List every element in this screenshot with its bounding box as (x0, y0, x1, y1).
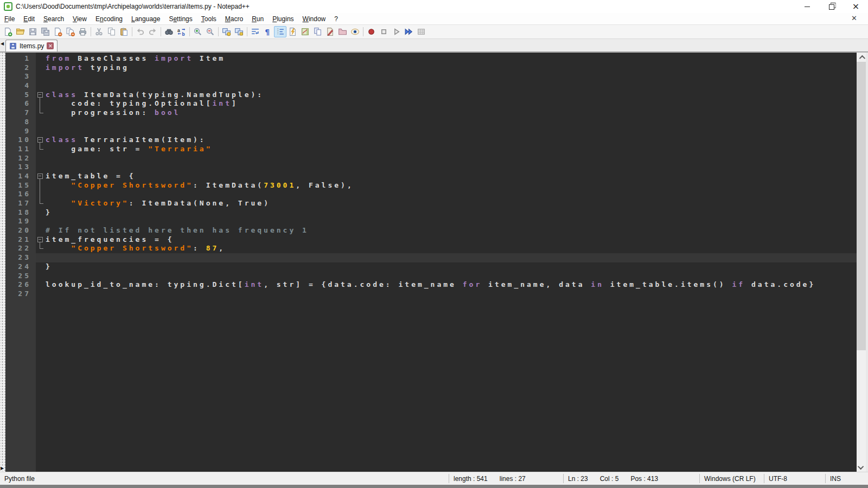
replace-icon[interactable]: ab (175, 26, 188, 37)
menu-search[interactable]: Search (39, 14, 68, 24)
open-icon[interactable] (14, 26, 27, 37)
menu-plugins[interactable]: Plugins (268, 14, 298, 24)
macro-play-icon[interactable] (390, 26, 403, 37)
code-line: 18} (5, 208, 857, 217)
fold-margin (36, 217, 46, 226)
code-line: 3 (5, 72, 857, 81)
close-icon: × (852, 2, 859, 11)
code-line: 4 (5, 81, 857, 91)
menu-macro[interactable]: Macro (221, 14, 247, 24)
text-editor[interactable]: 1from BaseClasses import Item2import typ… (5, 53, 857, 472)
menu-edit[interactable]: Edit (19, 14, 39, 24)
fold-marker[interactable] (36, 235, 46, 245)
redo-icon[interactable] (146, 26, 159, 37)
line-number: 1 (5, 54, 36, 63)
code-line: 8 (5, 118, 857, 127)
tab-items-py[interactable]: Items.py × (5, 40, 58, 52)
document-map-icon[interactable] (299, 26, 311, 37)
menu-run[interactable]: Run (247, 14, 268, 24)
code-text: "Copper Shortsword": ItemData(73001, Fal… (46, 181, 857, 190)
file-monitor-icon[interactable] (349, 26, 361, 37)
code-line: 12 (5, 154, 857, 163)
status-encoding[interactable]: UTF-8 (764, 474, 825, 483)
sync-horizontal-icon[interactable] (233, 26, 245, 37)
fold-margin (36, 290, 46, 299)
fold-margin (36, 127, 46, 136)
line-number: 10 (5, 136, 36, 145)
scrollbar-track[interactable] (857, 62, 866, 463)
menu-help[interactable]: ? (330, 14, 342, 24)
close-all-icon[interactable] (64, 26, 76, 37)
macro-run-multiple-icon[interactable] (403, 26, 415, 37)
doc-switcher-icon[interactable] (311, 26, 324, 37)
code-line: 11 game: str = "Terraria" (5, 145, 857, 154)
new-file-icon[interactable] (2, 26, 14, 37)
line-number: 15 (5, 181, 36, 190)
sync-vertical-icon[interactable] (220, 26, 233, 37)
edge-marker-icon[interactable] (324, 26, 336, 37)
close-document-icon[interactable]: ✕ (851, 14, 857, 22)
save-all-icon[interactable] (39, 26, 52, 37)
show-all-chars-icon[interactable]: ¶ (261, 26, 274, 37)
code-text (46, 217, 857, 226)
chevron-down-icon (857, 463, 863, 469)
cut-icon[interactable] (93, 26, 105, 37)
code-text: "Copper Shortsword": 87, (46, 244, 857, 253)
paste-icon[interactable] (118, 26, 130, 37)
zoom-in-icon[interactable] (192, 26, 204, 37)
menu-window[interactable]: Window (298, 14, 330, 24)
line-number: 19 (5, 217, 36, 226)
fold-marker[interactable] (36, 136, 46, 145)
status-typing-mode[interactable]: INS (825, 474, 868, 483)
minimize-button[interactable] (795, 0, 819, 13)
copy-icon[interactable] (105, 26, 118, 37)
code-text: "Victory": ItemData(None, True) (46, 199, 857, 208)
code-line: 23 (5, 253, 857, 262)
indent-guide-icon[interactable] (274, 26, 286, 37)
code-text (46, 72, 857, 81)
menu-language[interactable]: Language (127, 14, 164, 24)
status-eol-format[interactable]: Windows (CR LF) (699, 474, 764, 483)
dock-expand-icon[interactable]: ▶ (1, 466, 4, 471)
line-number: 3 (5, 72, 36, 81)
fold-marker[interactable] (36, 172, 46, 181)
print-icon[interactable] (76, 26, 89, 37)
macro-record-icon[interactable] (365, 26, 378, 37)
project-panel-icon[interactable] (336, 26, 349, 37)
scroll-up-icon[interactable] (857, 53, 866, 62)
code-text (46, 81, 857, 91)
code-text (46, 290, 857, 299)
function-list-icon[interactable] (286, 26, 299, 37)
word-wrap-icon[interactable] (249, 26, 261, 37)
scrollbar-thumb[interactable] (857, 62, 866, 350)
menu-tools[interactable]: Tools (197, 14, 221, 24)
close-button[interactable]: × (844, 0, 868, 13)
close-icon[interactable] (52, 26, 64, 37)
menu-settings[interactable]: Settings (164, 14, 196, 24)
window-title: C:\Users\Dood\Documents\tmp\Archipelago\… (16, 3, 250, 10)
fold-margin (36, 54, 46, 63)
code-line: 27 (5, 290, 857, 299)
macro-save-icon[interactable] (415, 26, 427, 37)
dock-grip[interactable]: ▶ (0, 53, 5, 472)
status-doc-type: Python file (0, 474, 449, 483)
tab-close-icon[interactable]: × (47, 42, 54, 49)
line-number: 12 (5, 154, 36, 163)
save-icon[interactable] (27, 26, 39, 37)
fold-marker[interactable] (36, 91, 46, 100)
line-number: 22 (5, 244, 36, 253)
menu-encoding[interactable]: Encoding (91, 14, 127, 24)
zoom-out-icon[interactable] (204, 26, 216, 37)
tab-scroll-left-icon[interactable]: ◀ (1, 41, 4, 46)
scroll-down-icon[interactable] (857, 463, 866, 472)
fold-marker (36, 108, 46, 118)
macro-stop-icon[interactable] (378, 26, 390, 37)
menu-file[interactable]: File (0, 14, 19, 24)
find-icon[interactable] (163, 26, 175, 37)
undo-icon[interactable] (134, 26, 146, 37)
encoding-label: UTF-8 (769, 475, 787, 483)
menu-view[interactable]: View (68, 14, 91, 24)
vertical-scrollbar[interactable] (857, 53, 866, 472)
toolbar-separator (218, 27, 219, 36)
restore-button[interactable] (819, 0, 844, 13)
